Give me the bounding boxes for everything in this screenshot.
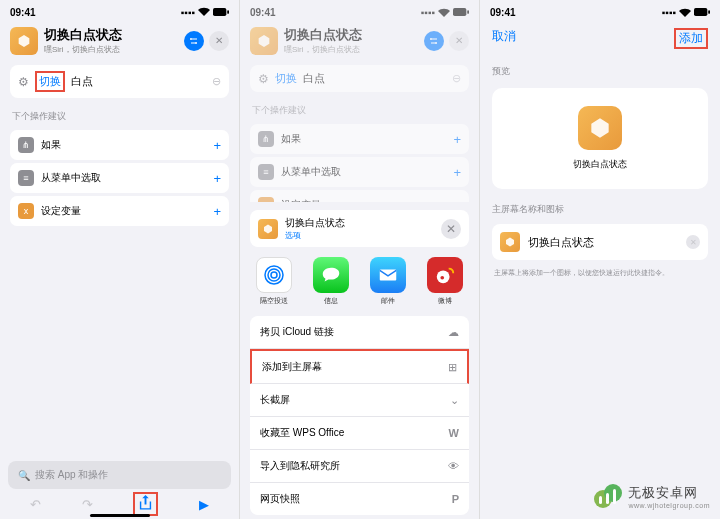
preview-icon <box>578 106 622 150</box>
cancel-button[interactable]: 取消 <box>492 28 516 49</box>
svg-rect-19 <box>708 10 710 14</box>
add-to-home[interactable]: 添加到主屏幕⊞ <box>250 349 469 384</box>
svg-rect-15 <box>380 270 397 281</box>
row-icon[interactable] <box>500 232 520 252</box>
clear-icon[interactable]: ⊖ <box>212 75 221 88</box>
var-icon: x <box>18 203 34 219</box>
svg-point-4 <box>195 42 197 44</box>
watermark: 无极安卓网 www.wjhotelgroup.com <box>593 481 710 511</box>
add-icon[interactable]: + <box>213 138 221 153</box>
search-icon: 🔍 <box>18 470 30 481</box>
add-icon[interactable]: + <box>213 171 221 186</box>
action-search-row[interactable]: ⚙ 切换 白点 ⊖ <box>10 65 229 98</box>
name-value: 切换白点状态 <box>528 235 594 250</box>
nav-bar: 取消 添加 <box>480 20 720 57</box>
add-button[interactable]: 添加 <box>674 28 708 49</box>
svg-rect-6 <box>453 8 466 16</box>
svg-rect-3 <box>192 38 197 39</box>
share-button[interactable] <box>133 492 158 516</box>
action-rest: 白点 <box>71 74 93 89</box>
action-list: 拷贝 iCloud 链接☁ 添加到主屏幕⊞ 长截屏⌄ 收藏至 WPS Offic… <box>250 316 469 515</box>
gear-icon: ⚙ <box>18 75 29 89</box>
svg-point-2 <box>190 38 192 40</box>
wifi-icon <box>198 7 210 18</box>
clear-name[interactable]: ✕ <box>686 235 700 249</box>
messages[interactable]: 信息 <box>313 257 349 306</box>
suggestion-if[interactable]: ⋔ 如果 + <box>10 130 229 160</box>
svg-rect-1 <box>227 10 229 14</box>
weibo[interactable]: 微博 <box>427 257 463 306</box>
suggestion-menu[interactable]: ≡ 从菜单中选取 + <box>10 163 229 193</box>
share-apps: 隔空投送 信息 邮件 微博 <box>240 247 479 312</box>
plus-square-icon: ⊞ <box>448 361 457 374</box>
add-icon[interactable]: + <box>213 204 221 219</box>
suggestions-label: 下个操作建议 <box>0 102 239 127</box>
status-bar: 09:41 ▪▪▪▪ <box>480 0 720 20</box>
name-input-row[interactable]: 切换白点状态 ✕ <box>492 224 708 260</box>
long-screenshot[interactable]: 长截屏⌄ <box>250 384 469 417</box>
eye-icon: 👁 <box>448 460 459 472</box>
svg-point-17 <box>440 276 444 280</box>
sheet-header: 切换白点状态选项 ✕ <box>250 210 469 247</box>
redo-icon[interactable]: ↷ <box>82 497 93 512</box>
menu-icon: ≡ <box>18 170 34 186</box>
watermark-logo <box>593 481 623 511</box>
svg-rect-0 <box>213 8 226 16</box>
play-button[interactable]: ▶ <box>199 497 209 512</box>
close-sheet[interactable]: ✕ <box>441 219 461 239</box>
status-bar: 09:41 ▪▪▪▪ <box>240 0 479 20</box>
svg-rect-24 <box>613 489 616 504</box>
svg-rect-23 <box>606 493 609 504</box>
preview-card: 切换白点状态 <box>492 88 708 189</box>
copy-icloud[interactable]: 拷贝 iCloud 链接☁ <box>250 316 469 349</box>
settings-button[interactable] <box>184 31 204 51</box>
screen-2-share: 09:41 ▪▪▪▪ 切换白点状态嘿Siri，切换白点状态 ✕ ⚙切换白点⊖ 下… <box>240 0 480 519</box>
privacy-import[interactable]: 导入到隐私研究所👁 <box>250 450 469 483</box>
time: 09:41 <box>10 7 36 18</box>
status-bar: 09:41 ▪▪▪▪ <box>0 0 239 20</box>
home-indicator <box>90 514 150 517</box>
options-link[interactable]: 选项 <box>285 230 345 241</box>
wps-save[interactable]: 收藏至 WPS OfficeW <box>250 417 469 450</box>
svg-rect-7 <box>467 10 469 14</box>
preview-label: 预览 <box>480 57 720 82</box>
web-snapshot[interactable]: 网页快照P <box>250 483 469 515</box>
signal-icon: ▪▪▪▪ <box>181 7 195 18</box>
status-icons: ▪▪▪▪ <box>181 7 229 18</box>
svg-rect-11 <box>431 42 435 43</box>
close-button[interactable]: ✕ <box>209 31 229 51</box>
svg-rect-5 <box>191 42 195 43</box>
if-icon: ⋔ <box>18 137 34 153</box>
action-keyword: 切换 <box>35 71 65 92</box>
undo-icon[interactable]: ↶ <box>30 497 41 512</box>
svg-rect-18 <box>694 8 707 16</box>
mail[interactable]: 邮件 <box>370 257 406 306</box>
header-title: 切换白点状态 嘿Siri，切换白点状态 <box>44 26 178 55</box>
shortcut-icon <box>10 27 38 55</box>
chevron-icon: ⌄ <box>450 394 459 407</box>
wps-icon: W <box>449 427 459 439</box>
name-section-label: 主屏幕名称和图标 <box>480 195 720 220</box>
cloud-icon: ☁ <box>448 326 459 339</box>
header: 切换白点状态 嘿Siri，切换白点状态 ✕ <box>0 20 239 61</box>
svg-rect-22 <box>599 496 602 504</box>
svg-point-13 <box>268 269 280 281</box>
screen-3-add-home: 09:41 ▪▪▪▪ 取消 添加 预览 切换白点状态 主屏幕名称和图标 切换白点… <box>480 0 720 519</box>
bottom-search[interactable]: 🔍 搜索 App 和操作 <box>8 461 231 489</box>
svg-point-10 <box>435 42 437 44</box>
share-sheet: 切换白点状态选项 ✕ 隔空投送 信息 邮件 微博 拷贝 iCloud 链接☁ 添… <box>240 202 479 519</box>
screen-1-editor: 09:41 ▪▪▪▪ 切换白点状态 嘿Siri，切换白点状态 <box>0 0 240 519</box>
suggestion-var[interactable]: x 设定变量 + <box>10 196 229 226</box>
svg-rect-9 <box>432 38 437 39</box>
shortcut-icon <box>258 219 278 239</box>
svg-point-12 <box>271 272 277 278</box>
hint-text: 主屏幕上将添加一个图标，以便您快速运行此快捷指令。 <box>480 264 720 282</box>
p-icon: P <box>452 493 459 505</box>
airdrop[interactable]: 隔空投送 <box>256 257 292 306</box>
svg-point-8 <box>430 38 432 40</box>
battery-icon <box>213 7 229 18</box>
